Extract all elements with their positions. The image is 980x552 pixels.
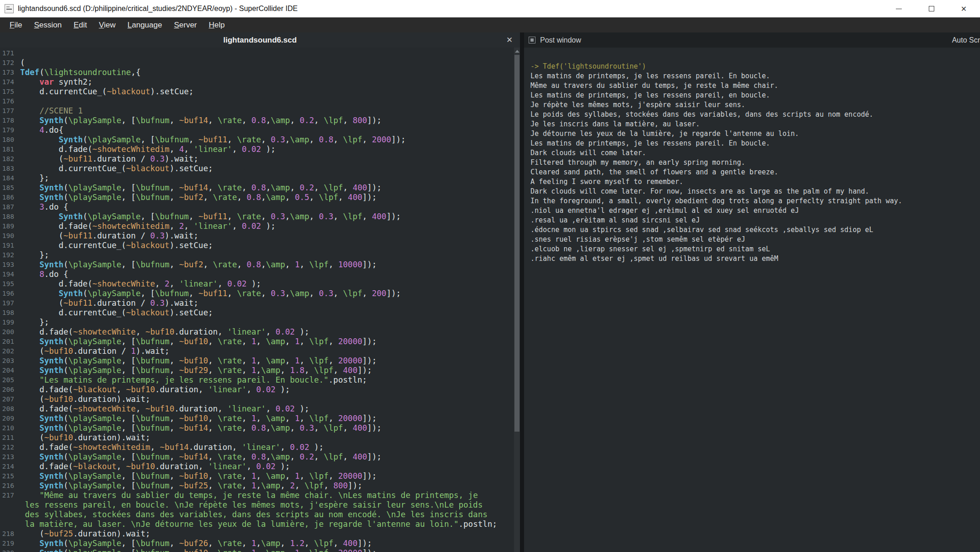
code-line[interactable]: 179 4.do{ — [0, 125, 514, 135]
code-line[interactable]: 195 d.fade(~showtecWhite, 2, 'linear', 0… — [0, 279, 514, 289]
code-line[interactable]: 192 }; — [0, 250, 514, 260]
code-line[interactable]: 194 8.do { — [0, 270, 514, 279]
code-line[interactable]: 180 Synth(\playSample, [\bufnum, ~buf11,… — [0, 135, 514, 145]
code-line[interactable]: des syllabes, stockées dans des variable… — [0, 510, 514, 520]
code-line[interactable]: 172( — [0, 58, 514, 68]
code-line[interactable]: 173Tdef(\lightsoundroutine,{ — [0, 68, 514, 77]
code-line[interactable]: 171 — [0, 49, 514, 58]
menu-edit[interactable]: Edit — [68, 21, 93, 30]
menu-server[interactable]: Server — [168, 21, 203, 30]
code-line-text: Synth(\playSample, [\bufnum, ~buf10, \ra… — [20, 414, 514, 423]
supercollider-app-icon — [5, 4, 14, 13]
code-line[interactable]: les ressens pareil, en boucle. \nJe répè… — [0, 500, 514, 510]
post-line: In the foreground, a small, overly obedi… — [530, 196, 980, 206]
menu-help[interactable]: Help — [203, 21, 231, 30]
code-line[interactable]: 174 var synth2; — [0, 77, 514, 87]
code-line-text: (~buf11.duration / 0.3).wait; — [20, 231, 514, 241]
editor-scrollbar[interactable] — [514, 48, 520, 552]
code-line[interactable]: 176 — [0, 97, 514, 106]
code-line[interactable]: 215 Synth(\playSample, [\bufnum, ~buf10,… — [0, 471, 514, 481]
post-line: -> Tdef('lightsoundroutine') — [530, 62, 980, 71]
code-line-text: d.fade(~showtecWhitedim, ~buf14.duration… — [20, 443, 514, 452]
maximize-button[interactable] — [915, 0, 948, 17]
scroll-up-arrow-icon[interactable] — [515, 50, 519, 53]
code-line-text: Synth(\playSample, [\bufnum, ~buf29, \ra… — [20, 366, 514, 375]
code-line[interactable]: 198 d.currentCue_(~blackout).setCue; — [0, 308, 514, 318]
code-line[interactable]: 189 d.fade(~showtecWhitedim, 2, 'linear'… — [0, 222, 514, 231]
code-line[interactable]: 214 d.fade(~blackout, ~buf10.duration, '… — [0, 462, 514, 471]
code-line-text: Tdef(\lightsoundroutine,{ — [20, 68, 514, 77]
line-number: 194 — [0, 270, 20, 279]
post-window-dock-icon[interactable] — [529, 37, 536, 43]
code-line-text: Synth(\playSample, [\bufnum, ~buf2, \rat… — [20, 193, 514, 202]
auto-scroll-toggle[interactable]: Auto Scroll — [952, 36, 980, 44]
code-line[interactable]: 193 Synth(\playSample, [\bufnum, ~buf2, … — [0, 260, 514, 270]
editor-tab-bar[interactable]: lightandsound6.scd ✕ — [0, 32, 520, 48]
code-line[interactable]: 206 d.fade(~blackout, ~buf10.duration, '… — [0, 385, 514, 395]
code-line[interactable]: 184 }; — [0, 173, 514, 183]
code-line[interactable]: 186 Synth(\playSample, [\bufnum, ~buf2, … — [0, 193, 514, 202]
code-line[interactable]: 177 //SCENE 1 — [0, 106, 514, 116]
pane-splitter[interactable] — [520, 32, 524, 552]
line-number: 179 — [0, 125, 20, 135]
code-line[interactable]: 219 Synth(\playSample, [\bufnum, ~buf26,… — [0, 539, 514, 548]
code-editor[interactable]: 171172(173Tdef(\lightsoundroutine,{174 v… — [0, 48, 514, 552]
code-line[interactable]: 182 (~buf11.duration / 0.3).wait; — [0, 154, 514, 164]
code-line[interactable]: 200 d.fade(~showtecWhite, ~buf10.duratio… — [0, 327, 514, 337]
code-line[interactable]: 216 Synth(\playSample, [\bufnum, ~buf25,… — [0, 481, 514, 491]
code-line[interactable]: 199 }; — [0, 318, 514, 327]
code-line[interactable]: 188 Synth(\playSample, [\bufnum, ~buf11,… — [0, 212, 514, 222]
code-line[interactable]: la matière, au laser. \nJe détourne les … — [0, 520, 514, 529]
post-window-output[interactable]: -> Tdef('lightsoundroutine')Les matins d… — [524, 48, 980, 552]
code-line[interactable]: 185 Synth(\playSample, [\bufnum, ~buf14,… — [0, 183, 514, 193]
code-line[interactable]: 218 (~buf25.duration).wait; — [0, 529, 514, 539]
post-line: Dark clouds will come later. For now, in… — [530, 187, 980, 196]
code-line[interactable]: 183 d.currentCue_(~blackout).setCue; — [0, 164, 514, 173]
code-line[interactable]: 187 3.do { — [0, 202, 514, 212]
code-line-text: d.fade(~showtecWhite, 2, 'linear', 0.02 … — [20, 279, 514, 289]
code-line[interactable]: 181 d.fade(~showtecWhitedim, 4, 'linear'… — [0, 145, 514, 154]
code-line[interactable]: 208 d.fade(~showtecWhite, ~buf10.duratio… — [0, 404, 514, 414]
code-line-text: d.currentCue_(~blackout).setCue; — [20, 241, 514, 250]
menu-view[interactable]: View — [93, 21, 122, 30]
minimize-button[interactable] — [883, 0, 915, 17]
code-line[interactable]: 213 Synth(\playSample, [\bufnum, ~buf14,… — [0, 452, 514, 462]
code-line[interactable]: 196 Synth(\playSample, [\bufnum, ~buf11,… — [0, 289, 514, 298]
code-line[interactable]: 220 Synth(\playSample, [\bufnum, ~buf10,… — [0, 548, 514, 552]
code-line-text: }; — [20, 250, 514, 260]
code-line-text: (~buf11.duration / 0.3).wait; — [20, 298, 514, 308]
code-line-text: Synth(\playSample, [\bufnum, ~buf10, \ra… — [20, 337, 514, 346]
line-number: 215 — [0, 471, 20, 481]
code-line[interactable]: 175 d.currentCue_(~blackout).setCue; — [0, 87, 514, 97]
line-number: 182 — [0, 154, 20, 164]
post-window-header: Post window Auto Scroll — [524, 32, 980, 48]
code-line[interactable]: 191 d.currentCue_(~blackout).setCue; — [0, 241, 514, 250]
line-number: 213 — [0, 452, 20, 462]
code-line[interactable]: 217 "Même au travers du sablier du temps… — [0, 491, 514, 500]
scrollbar-thumb[interactable] — [514, 55, 519, 432]
line-number: 216 — [0, 481, 20, 491]
title-bar[interactable]: lightandsound6.scd (D:/philippine/critic… — [0, 0, 980, 17]
code-line[interactable]: 210 Synth(\playSample, [\bufnum, ~buf14,… — [0, 423, 514, 433]
line-number: 206 — [0, 385, 20, 395]
menu-session[interactable]: Session — [28, 21, 67, 30]
code-line[interactable]: 203 Synth(\playSample, [\bufnum, ~buf10,… — [0, 356, 514, 366]
menu-language[interactable]: Language — [122, 21, 168, 30]
code-line[interactable]: 212 d.fade(~showtecWhitedim, ~buf14.dura… — [0, 443, 514, 452]
code-line-text: Synth(\playSample, [\bufnum, ~buf11, \ra… — [20, 289, 514, 298]
code-line[interactable]: 207 (~buf10.duration).wait; — [0, 395, 514, 404]
code-line[interactable]: 211 (~buf10.duration).wait; — [0, 433, 514, 443]
menu-file[interactable]: File — [4, 21, 28, 30]
code-line-text: }; — [20, 173, 514, 183]
code-line[interactable]: 209 Synth(\playSample, [\bufnum, ~buf10,… — [0, 414, 514, 423]
code-line[interactable]: 190 (~buf11.duration / 0.3).wait; — [0, 231, 514, 241]
line-number: 185 — [0, 183, 20, 193]
code-line[interactable]: 201 Synth(\playSample, [\bufnum, ~buf10,… — [0, 337, 514, 346]
tab-close-button[interactable]: ✕ — [503, 32, 516, 48]
code-line[interactable]: 202 (~buf10.duration / 1).wait; — [0, 346, 514, 356]
code-line[interactable]: 205 "Les matins de printemps, je les res… — [0, 375, 514, 385]
code-line[interactable]: 178 Synth(\playSample, [\bufnum, ~buf14,… — [0, 116, 514, 125]
close-button[interactable]: ✕ — [948, 0, 980, 17]
code-line[interactable]: 204 Synth(\playSample, [\bufnum, ~buf29,… — [0, 366, 514, 375]
code-line[interactable]: 197 (~buf11.duration / 0.3).wait; — [0, 298, 514, 308]
